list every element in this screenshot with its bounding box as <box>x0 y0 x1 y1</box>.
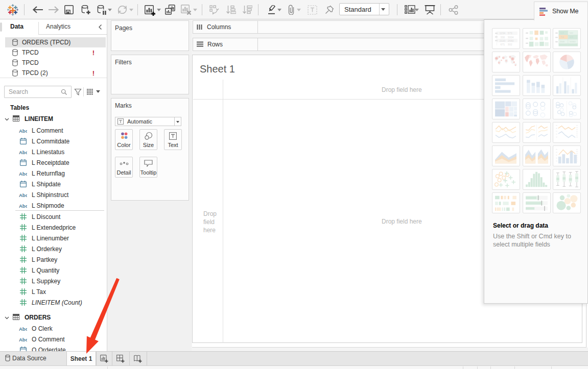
svg-text:Abc: Abc <box>19 128 27 133</box>
svg-text:2550: 2550 <box>508 39 514 42</box>
svg-text:671: 671 <box>501 43 505 46</box>
svg-text:Abc: Abc <box>19 203 27 208</box>
svg-text:10560: 10560 <box>570 40 576 43</box>
svg-text:2500: 2500 <box>560 40 565 43</box>
svg-text:1234: 1234 <box>500 32 506 35</box>
svg-text:Abc: Abc <box>19 171 27 176</box>
svg-text:542: 542 <box>570 32 574 34</box>
svg-text:2320: 2320 <box>500 39 506 42</box>
svg-text:3004: 3004 <box>508 36 514 39</box>
svg-text:330: 330 <box>501 36 505 39</box>
svg-text:623: 623 <box>570 36 574 38</box>
svg-text:573: 573 <box>508 32 512 35</box>
svg-text:123: 123 <box>560 32 565 34</box>
svg-text:302: 302 <box>508 43 512 46</box>
svg-text:Abc: Abc <box>19 150 27 155</box>
svg-text:Abc: Abc <box>19 192 27 198</box>
svg-text:Abc: Abc <box>19 326 27 331</box>
svg-text:Abc: Abc <box>19 337 27 342</box>
svg-text:756: 756 <box>560 36 565 38</box>
